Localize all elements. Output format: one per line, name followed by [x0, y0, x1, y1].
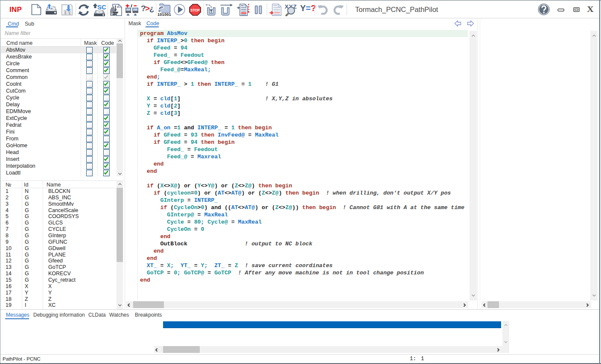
svg-text:STOP: STOP — [190, 9, 200, 12]
svg-text:SC: SC — [97, 3, 106, 11]
